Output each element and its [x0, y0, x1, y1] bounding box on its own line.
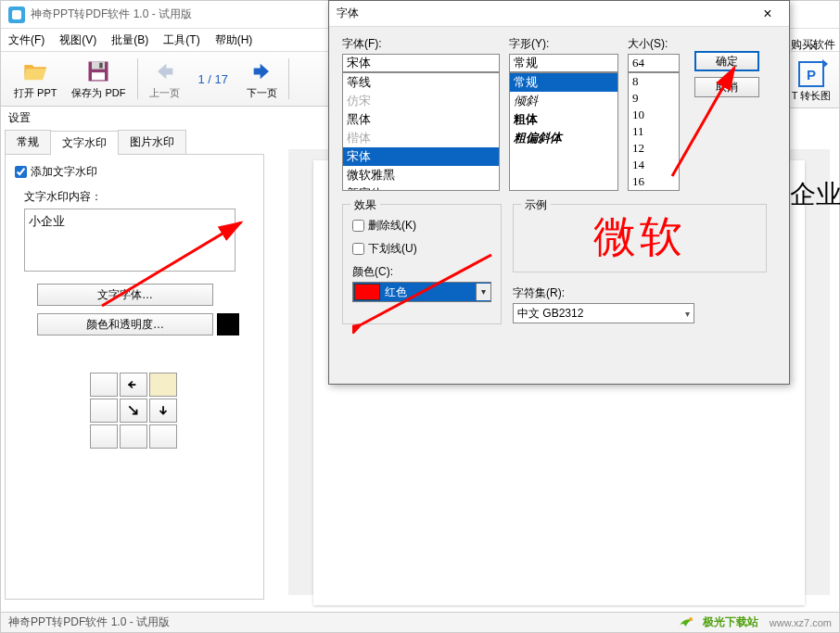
- settings-tabs: 常规 文字水印 图片水印: [5, 130, 264, 155]
- status-text: 神奇PPT转PDF软件 1.0 - 试用版: [8, 614, 170, 630]
- longimg-label: T 转长图: [792, 89, 832, 103]
- watermark-preview-text: 企业: [790, 177, 840, 212]
- menu-batch[interactable]: 批量(B): [111, 32, 148, 48]
- size-option[interactable]: 8: [629, 73, 679, 90]
- effects-group: 效果 删除线(K) 下划线(U) 颜色(C): 红色 ▾: [342, 204, 502, 324]
- pos-tr[interactable]: [149, 373, 177, 397]
- color-label: 颜色(C):: [352, 264, 491, 280]
- arrow-left-icon: [151, 58, 177, 84]
- strikethrough-checkbox[interactable]: [352, 220, 364, 232]
- size-label: 大小(S):: [628, 36, 680, 52]
- style-list[interactable]: 常规倾斜粗体粗偏斜体: [509, 72, 618, 191]
- svg-rect-1: [92, 61, 105, 69]
- script-value: 中文 GB2312: [517, 306, 583, 322]
- statusbar: 神奇PPT转PDF软件 1.0 - 试用版 极光下载站 www.xz7.com: [1, 612, 839, 632]
- menu-help[interactable]: 帮助(H): [215, 32, 253, 48]
- tab-text-watermark[interactable]: 文字水印: [50, 131, 119, 155]
- color-swatch: [217, 313, 239, 335]
- font-option[interactable]: 宋体: [343, 147, 499, 166]
- next-page-label: 下一页: [247, 86, 277, 100]
- chevron-down-icon: ▾: [685, 309, 690, 319]
- settings-title: 设置: [5, 110, 264, 126]
- font-dialog: 字体 × 字体(F): 等线仿宋黑体楷体宋体微软雅黑新宋体 字形(Y): 常规倾…: [328, 0, 790, 385]
- pos-tc[interactable]: [120, 373, 147, 397]
- add-text-watermark-checkbox[interactable]: [15, 166, 27, 178]
- svg-rect-2: [100, 62, 104, 68]
- size-option[interactable]: 14: [629, 157, 679, 173]
- font-option[interactable]: 仿宋: [343, 92, 499, 110]
- size-option[interactable]: 9: [629, 90, 679, 107]
- font-name-input[interactable]: [342, 54, 500, 72]
- sample-title: 示例: [521, 197, 551, 213]
- app-icon: [8, 6, 25, 23]
- watermark-content-input[interactable]: 小企业: [24, 209, 235, 272]
- style-option[interactable]: 常规: [510, 73, 617, 92]
- pos-br[interactable]: [149, 424, 177, 449]
- font-label: 字体(F):: [342, 36, 500, 52]
- add-text-watermark-label: 添加文字水印: [31, 164, 97, 180]
- svg-rect-3: [92, 72, 105, 80]
- size-list[interactable]: 891011121416: [628, 72, 680, 191]
- style-option[interactable]: 倾斜: [510, 92, 617, 110]
- sample-group: 示例 微软: [513, 204, 767, 272]
- pos-bl[interactable]: [90, 424, 118, 449]
- sample-text: 微软: [593, 209, 686, 266]
- size-option[interactable]: 16: [629, 173, 679, 190]
- pos-ml[interactable]: [90, 399, 118, 423]
- save-pdf-button[interactable]: 保存为 PDF: [64, 54, 133, 104]
- open-ppt-button[interactable]: 打开 PPT: [6, 54, 64, 104]
- prev-page-label: 上一页: [149, 86, 180, 100]
- save-pdf-label: 保存为 PDF: [71, 86, 125, 100]
- open-ppt-label: 打开 PPT: [14, 86, 57, 100]
- color-opacity-button[interactable]: 颜色和透明度…: [37, 313, 213, 335]
- brand-logo-icon: [677, 615, 697, 630]
- text-font-button[interactable]: 文字字体…: [37, 284, 213, 306]
- position-grid: [90, 373, 179, 449]
- cancel-button[interactable]: 取消: [694, 77, 759, 97]
- color-swatch-icon: [354, 284, 380, 300]
- script-select[interactable]: 中文 GB2312 ▾: [513, 303, 694, 323]
- window-title: 神奇PPT转PDF软件 1.0 - 试用版: [31, 6, 192, 22]
- prev-page-button[interactable]: 上一页: [142, 54, 187, 104]
- menu-view[interactable]: 视图(V): [59, 32, 96, 48]
- font-dialog-close-icon[interactable]: ×: [754, 6, 782, 22]
- size-option[interactable]: 12: [629, 140, 679, 157]
- style-option[interactable]: 粗体: [510, 110, 617, 129]
- ppt-longimg-button[interactable]: P T 转长图: [783, 57, 839, 108]
- style-option[interactable]: 粗偏斜体: [510, 129, 617, 147]
- font-option[interactable]: 楷体: [343, 129, 499, 147]
- size-option[interactable]: 10: [629, 107, 679, 123]
- ok-button[interactable]: 确定: [694, 51, 759, 71]
- font-option[interactable]: 新宋体: [343, 184, 499, 191]
- font-size-input[interactable]: [628, 54, 680, 72]
- size-option[interactable]: 11: [629, 123, 679, 140]
- arrow-right-icon: [249, 58, 275, 84]
- brand-url: www.xz7.com: [770, 617, 832, 628]
- strikethrough-label: 删除线(K): [368, 218, 416, 234]
- floppy-icon: [85, 58, 111, 84]
- tab-general[interactable]: 常规: [5, 130, 51, 154]
- menu-tools[interactable]: 工具(T): [163, 32, 199, 48]
- font-option[interactable]: 黑体: [343, 110, 499, 129]
- brand-name: 极光下载站: [703, 614, 758, 630]
- underline-checkbox[interactable]: [352, 243, 364, 255]
- tab-image-watermark[interactable]: 图片水印: [118, 130, 186, 154]
- pos-tl[interactable]: [90, 373, 118, 397]
- font-option[interactable]: 等线: [343, 73, 499, 92]
- chevron-down-icon: ▾: [476, 284, 490, 300]
- color-select[interactable]: 红色 ▾: [352, 282, 491, 302]
- font-style-input[interactable]: [509, 54, 618, 72]
- pos-bc[interactable]: [120, 424, 147, 449]
- pos-mr[interactable]: [149, 399, 177, 423]
- style-label: 字形(Y):: [509, 36, 618, 52]
- font-list[interactable]: 等线仿宋黑体楷体宋体微软雅黑新宋体: [342, 72, 500, 191]
- watermark-content-label: 文字水印内容：: [24, 189, 254, 205]
- next-page-button[interactable]: 下一页: [239, 54, 285, 104]
- menu-file[interactable]: 文件(F): [8, 32, 45, 48]
- font-option[interactable]: 微软雅黑: [343, 166, 499, 184]
- pos-mc[interactable]: [120, 399, 147, 423]
- underline-label: 下划线(U): [368, 241, 417, 257]
- svg-point-4: [689, 617, 693, 621]
- buy-link[interactable]: 购买软件: [791, 37, 835, 53]
- page-indicator: 1 / 17: [198, 72, 229, 86]
